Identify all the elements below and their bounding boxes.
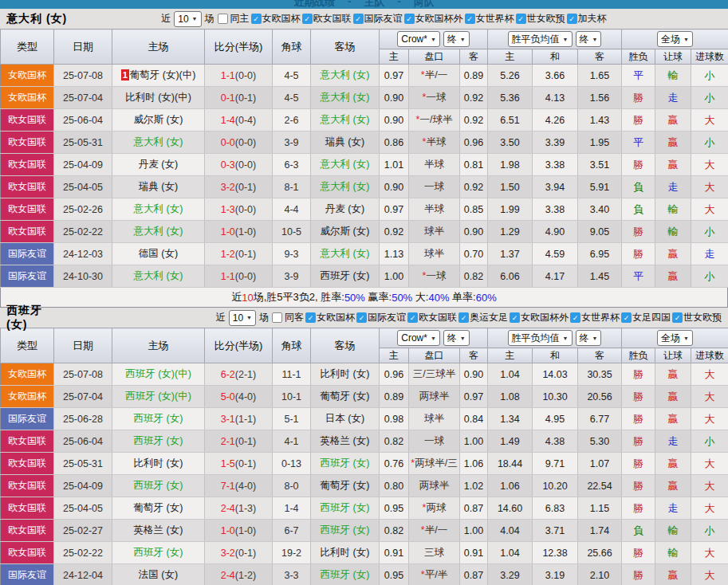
nav-link-recent[interactable]: 近期战绩 [293,0,335,9]
handicap-line: 两球半 [409,386,460,408]
handicap-line: 一球 [409,430,460,453]
checkbox-checked-icon: ✓ [305,312,316,323]
filter-checkbox[interactable]: ✓女世界杯 [570,311,620,324]
handicap-away-odds: 0.81 [460,154,488,176]
filter-checkbox[interactable]: ✓奥运女足 [458,311,508,324]
filter-checkbox[interactable]: ✓女足四国 [621,311,671,324]
scope-select[interactable]: 全场▼ [657,31,693,47]
europe-odds: 1.95 [578,132,622,154]
column-header: 类型 [1,29,54,65]
filter-checkbox[interactable]: ✓女欧国杯 [305,311,355,324]
filter-checkbox[interactable]: ✓欧女国联 [407,311,457,324]
bookmaker-select[interactable]: Crow*▼ [397,31,440,47]
league-badge: 欧女国联 [1,542,54,564]
result-handicap: 贏 [655,564,691,585]
games-label: 场 [259,311,269,324]
sub-column-header: 让球 [655,348,691,363]
result-wdl: 勝 [622,87,655,109]
handicap-away-odds: 0.84 [460,408,488,430]
result-wdl: 負 [622,520,655,542]
handicap-away-odds: 0.90 [460,363,488,386]
europe-odds: 6.83 [533,497,578,520]
home-team: 英格兰 (女) [112,520,205,542]
time-select[interactable]: 终▼ [443,330,470,346]
corner-score: 4-1 [273,430,311,453]
away-team: 意大利 (女) [311,154,380,176]
result-handicap: 贏 [655,453,691,475]
checkbox-checked-icon: ✓ [510,312,520,323]
europe-odds: 3.40 [578,198,622,221]
europe-odds: 3.19 [533,564,578,585]
match-row: 欧女国联25-02-22西班牙 (女)3-2(0-1)19-2比利时 (女)0.… [1,542,728,564]
score-cell: 2-1(0-1) [205,430,273,453]
europe-odds: 1.34 [488,408,533,430]
handicap-home-odds: 0.98 [380,408,409,430]
filter-checkbox[interactable]: ✓女欧国杯外 [510,311,569,324]
time-select[interactable]: 终▼ [576,330,602,346]
recent-count-select[interactable]: 10▼ [229,310,256,326]
scope-select[interactable]: 全场▼ [657,330,693,346]
score-cell: 6-2(2-1) [205,363,273,386]
chevron-down-icon: ▼ [192,16,198,22]
time-select[interactable]: 终▼ [576,31,602,47]
score-cell: 1-0(1-0) [205,221,273,243]
filter-checkbox[interactable]: ✓世女欧预 [516,12,565,26]
handicap-line: *一/球半 [409,109,460,132]
europe-odds: 3.29 [488,564,533,585]
handicap-line: *半/一 [409,520,460,542]
nav-link-both-teams[interactable]: 两队 [414,0,435,9]
chevron-down-icon: ▼ [563,336,569,341]
handicap-away-odds: 1.00 [460,520,488,542]
team-section-header: 西班牙 (女)近10▼场同客✓女欧国杯✓国际友谊✓欧女国联✓奥运女足✓女欧国杯外… [0,308,728,328]
handicap-line: *半球 [409,132,460,154]
score-cell: 1-3(0-0) [205,198,273,221]
away-team: 西班牙 (女) [311,265,380,288]
league-badge: 国际友谊 [1,564,54,585]
filter-checkbox[interactable]: ✓国际友谊 [356,311,406,324]
result-overunder: 大 [691,497,728,520]
filter-checkbox[interactable]: ✓女欧国杯外 [404,12,463,26]
filter-checkbox[interactable]: ✓欧女国联 [302,12,352,26]
europe-odds: 4.04 [488,520,533,542]
team-name: 意大利 (女) [6,12,67,26]
result-overunder: 大 [691,109,728,132]
filter-checkbox[interactable]: ✓女世界杯 [465,12,514,26]
europe-odds: 4.95 [533,408,578,430]
home-team: 意大利 (女) [112,132,205,154]
same-venue-checkbox[interactable]: 同客 [270,311,304,324]
sub-column-header: 进球数 [691,49,728,65]
result-handicap: 贏 [655,132,691,154]
matches-table: 类型日期主场比分(半场)角球客场Crow*▼终▼胜平负均值▼终▼全场▼主盘口客主… [0,29,728,288]
time-select[interactable]: 终▼ [443,31,470,47]
handicap-home-odds: 0.90 [380,87,409,109]
league-badge: 欧女国联 [1,520,54,542]
bookmaker-select[interactable]: Crow*▼ [397,330,440,346]
recent-count-select[interactable]: 10▼ [174,11,201,27]
filter-checkbox[interactable]: ✓世女欧预 [672,311,722,324]
filter-checkbox[interactable]: ✓女欧国杯 [251,12,301,26]
europe-odds: 6.51 [488,109,533,132]
top-nav-bar: 近期战绩 - 主队 - 两队 [0,0,728,9]
handicap-home-odds: 0.95 [380,564,409,585]
average-select[interactable]: 胜平负均值▼ [508,330,573,346]
column-header: 比分(半场) [205,29,273,65]
average-select[interactable]: 胜平负均值▼ [508,31,573,47]
europe-odds: 1.37 [488,243,533,265]
home-team: 葡萄牙 (女) [112,497,205,520]
europe-odds: 1.56 [578,87,622,109]
result-overunder: 大 [691,198,728,221]
league-badge: 欧女国联 [1,221,54,243]
filter-checkbox[interactable]: ✓加夫杯 [567,12,607,26]
europe-odds: 1.08 [488,386,533,408]
match-date: 25-05-31 [54,453,112,475]
europe-odds: 1.04 [488,363,533,386]
result-handicap: 走 [655,87,691,109]
same-venue-checkbox[interactable]: 同主 [216,12,250,26]
europe-odds: 3.38 [533,198,578,221]
filter-checkbox[interactable]: ✓国际友谊 [353,12,403,26]
away-team: 意大利 (女) [311,65,380,87]
handicap-line: 两球半 [409,475,460,497]
team-table-section: 意大利 (女)近10▼场同主✓女欧国杯✓欧女国联✓国际友谊✓女欧国杯外✓女世界杯… [0,9,728,308]
nav-link-home-team[interactable]: 主队 [364,0,385,9]
europe-odds: 10.20 [533,475,578,497]
